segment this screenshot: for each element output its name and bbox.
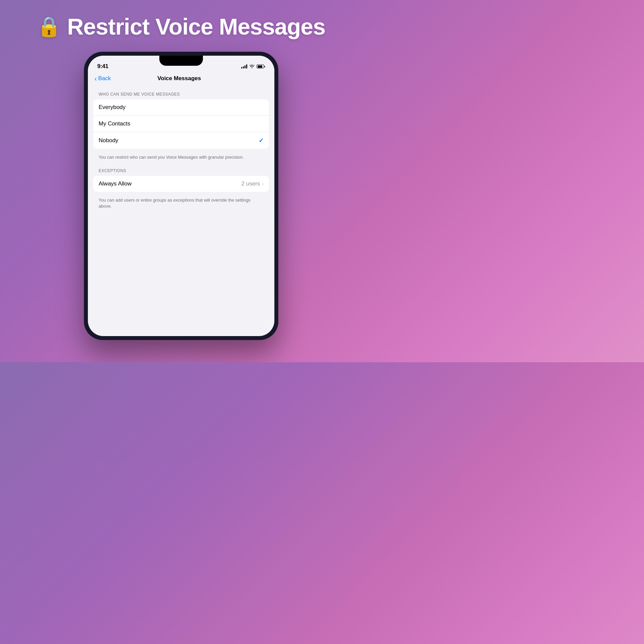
content-area: WHO CAN SEND ME VOICE MESSAGES Everybody… <box>88 85 274 223</box>
nobody-row-right: ✓ <box>259 137 264 144</box>
who-section-footer: You can restrict who can send you Voice … <box>93 152 269 167</box>
signal-bar-1 <box>241 67 242 68</box>
back-button[interactable]: ‹ Back <box>95 75 111 82</box>
always-allow-row[interactable]: Always Allow 2 users › <box>93 176 269 192</box>
nobody-row[interactable]: Nobody ✓ <box>93 132 269 149</box>
wifi-icon <box>249 64 255 69</box>
who-section-label: WHO CAN SEND ME VOICE MESSAGES <box>93 92 269 97</box>
chevron-right-icon: › <box>262 181 264 186</box>
exceptions-section: EXCEPTIONS Always Allow 2 users › You ca… <box>93 168 269 216</box>
page-header: 🔒 Restrict Voice Messages <box>7 13 356 40</box>
always-allow-value: 2 users <box>241 180 260 187</box>
nobody-label: Nobody <box>99 137 118 144</box>
status-icons <box>241 64 265 69</box>
always-allow-label: Always Allow <box>99 180 131 187</box>
signal-bar-4 <box>246 64 247 68</box>
who-settings-group: Everybody My Contacts Nobody ✓ <box>93 99 269 149</box>
nav-title: Voice Messages <box>111 75 248 82</box>
lock-icon: 🔒 <box>37 15 61 38</box>
status-time: 9:41 <box>97 63 108 70</box>
phone-screen: 9:41 <box>88 56 274 336</box>
always-allow-row-right: 2 users › <box>241 180 264 187</box>
signal-bar-3 <box>245 65 246 68</box>
notch <box>159 56 203 66</box>
my-contacts-row[interactable]: My Contacts <box>93 116 269 132</box>
everybody-label: Everybody <box>99 104 125 111</box>
my-contacts-label: My Contacts <box>99 120 130 127</box>
everybody-row[interactable]: Everybody <box>93 99 269 116</box>
exceptions-section-footer: You can add users or entire groups as ex… <box>93 195 269 216</box>
back-label[interactable]: Back <box>98 75 111 82</box>
phone-frame: 9:41 <box>84 52 278 340</box>
signal-bars-icon <box>241 64 247 68</box>
exceptions-section-label: EXCEPTIONS <box>93 168 269 173</box>
nav-bar: ‹ Back Voice Messages <box>88 72 274 85</box>
page-title: Restrict Voice Messages <box>67 13 325 40</box>
exceptions-settings-group: Always Allow 2 users › <box>93 176 269 192</box>
back-chevron-icon: ‹ <box>95 75 97 82</box>
battery-icon <box>257 64 265 68</box>
signal-bar-2 <box>243 66 244 68</box>
checkmark-icon: ✓ <box>259 137 264 144</box>
